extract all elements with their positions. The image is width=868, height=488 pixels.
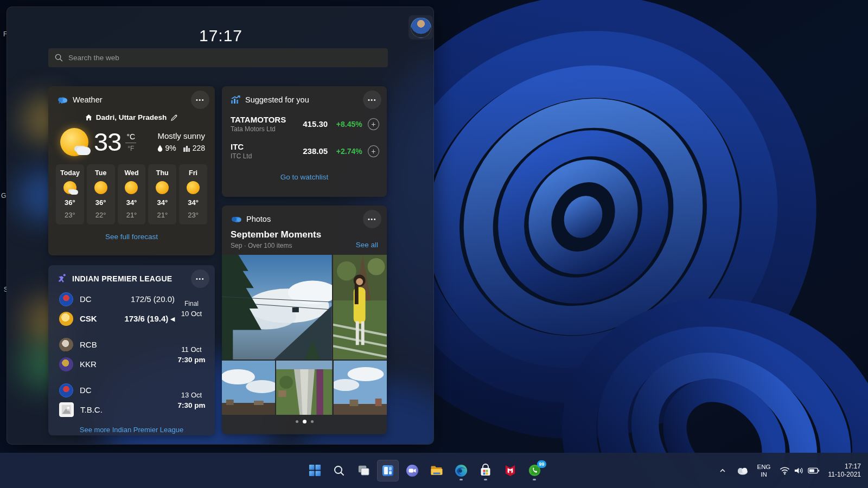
ipl-title: INDIAN PREMIER LEAGUE xyxy=(72,274,186,283)
edge-browser-icon xyxy=(454,464,468,478)
stock-row[interactable]: TATAMOTORS Tata Motors Ltd 415.30 +8.45%… xyxy=(222,115,387,133)
volume-icon xyxy=(794,466,804,475)
file-explorer-button[interactable] xyxy=(426,460,448,481)
photos-widget[interactable]: Photos ••• September Moments Sep · Over … xyxy=(222,206,387,434)
widgets-button[interactable] xyxy=(377,460,399,481)
stocks-app-icon xyxy=(231,95,240,104)
network-tray-button[interactable] xyxy=(777,460,822,481)
team-name: DC xyxy=(80,386,92,395)
weather-widget[interactable]: Weather ••• Dadri, Uttar Pradesh 33 °C xyxy=(48,86,215,255)
stock-symbol: ITC xyxy=(231,142,287,151)
add-to-watchlist-button[interactable]: + xyxy=(368,118,379,130)
add-to-watchlist-button[interactable]: + xyxy=(368,145,379,157)
microsoft-store-icon xyxy=(478,464,493,478)
desktop-icon-label: G xyxy=(1,192,6,200)
match-row[interactable]: DC 172/5 (20.0) CSK 173/6 (19.4) ◂ Final… xyxy=(48,292,215,326)
current-temperature: 33 xyxy=(94,127,121,157)
task-view-button[interactable] xyxy=(353,460,374,481)
see-full-forecast-link[interactable]: See full forecast xyxy=(105,233,158,241)
forecast-high: 36° xyxy=(95,198,106,207)
edge-button[interactable] xyxy=(450,460,472,481)
notification-badge: 99 xyxy=(537,460,546,468)
match-date: 11 Oct xyxy=(175,345,208,354)
carousel-dot[interactable] xyxy=(296,420,298,423)
stock-change: +8.45% xyxy=(328,120,362,129)
celsius-label[interactable]: °C xyxy=(126,132,135,141)
match-row[interactable]: RCB KKR 11 Oct 7:30 pm xyxy=(48,337,215,371)
photo-thumbnail[interactable] xyxy=(222,255,332,359)
stock-company: ITC Ltd xyxy=(231,152,287,160)
stock-symbol: TATAMOTORS xyxy=(231,115,287,124)
clock-tray-button[interactable]: 17:17 11-10-2021 xyxy=(826,460,864,481)
forecast-day[interactable]: Tue 36° 22° xyxy=(87,164,115,224)
photo-thumbnail[interactable] xyxy=(222,361,275,415)
language-indicator[interactable]: ENG IN xyxy=(755,460,774,481)
forecast-low: 21° xyxy=(157,211,168,219)
carousel-dot-active[interactable] xyxy=(303,420,307,423)
ipl-more-options-button[interactable]: ••• xyxy=(191,269,209,288)
running-indicator xyxy=(484,479,487,480)
tray-time: 17:17 xyxy=(828,463,861,471)
temperature-unit-toggle[interactable]: °C °F xyxy=(125,132,136,152)
stocks-widget[interactable]: Suggested for you ••• TATAMOTORS Tata Mo… xyxy=(222,86,387,197)
team-name: T.B.C. xyxy=(80,405,103,414)
photos-more-options-button[interactable]: ••• xyxy=(363,210,381,228)
stock-row[interactable]: ITC ITC Ltd 238.05 +2.74% + xyxy=(222,142,387,160)
album-subtitle: Sep · Over 100 items xyxy=(231,242,356,249)
carousel-dot[interactable] xyxy=(311,420,314,423)
task-view-icon xyxy=(357,464,371,477)
microsoft-store-button[interactable] xyxy=(475,460,496,481)
match-date: 10 Oct xyxy=(175,310,208,318)
hidden-icons-chevron[interactable] xyxy=(716,460,730,481)
start-button[interactable] xyxy=(304,460,326,481)
taskbar-search-button[interactable] xyxy=(328,460,350,481)
forecast-day[interactable]: Fri 34° 23° xyxy=(179,164,207,224)
stock-company: Tata Motors Ltd xyxy=(231,125,287,133)
edit-location-icon[interactable] xyxy=(170,114,178,121)
match-status: Final xyxy=(175,300,208,307)
photo-thumbnail[interactable] xyxy=(276,361,332,415)
running-indicator xyxy=(533,479,536,480)
forecast-day-label: Tue xyxy=(95,169,106,177)
photo-thumbnail[interactable] xyxy=(334,361,387,415)
profile-button[interactable] xyxy=(409,15,433,40)
search-input[interactable]: Search the web xyxy=(48,48,388,67)
team-name: DC xyxy=(80,294,92,304)
unit-divider xyxy=(125,143,136,143)
stocks-more-options-button[interactable]: ••• xyxy=(363,91,381,109)
forecast-day[interactable]: Thu 34° 21° xyxy=(148,164,176,224)
whatsapp-button[interactable]: 99 xyxy=(524,460,545,481)
mcafee-icon xyxy=(503,464,517,477)
forecast-low: 23° xyxy=(65,211,75,219)
mostly-sunny-icon xyxy=(60,128,88,156)
match-date: 13 Oct xyxy=(175,391,208,399)
battery-icon xyxy=(808,467,820,474)
go-to-watchlist-link[interactable]: Go to watchlist xyxy=(280,173,329,181)
sun-cloud-icon xyxy=(63,181,76,194)
tbc-placeholder-icon xyxy=(59,402,74,417)
sports-widget[interactable]: INDIAN PREMIER LEAGUE ••• DC 172/5 (20.0… xyxy=(48,265,215,435)
fahrenheit-label[interactable]: °F xyxy=(127,145,134,152)
photos-app-icon xyxy=(231,215,241,223)
precipitation-value: 9% xyxy=(165,144,176,152)
ellipsis-icon: ••• xyxy=(368,97,376,103)
weather-more-options-button[interactable]: ••• xyxy=(191,91,209,109)
forecast-day-label: Today xyxy=(60,169,80,177)
forecast-day[interactable]: Wed 34° 21° xyxy=(118,164,146,224)
match-row[interactable]: DC T.B.C. 13 Oct xyxy=(48,383,215,417)
see-all-link[interactable]: See all xyxy=(356,241,378,249)
photo-thumbnail[interactable] xyxy=(333,255,387,359)
onedrive-tray-icon[interactable] xyxy=(733,460,751,481)
album-title: September Moments xyxy=(231,229,356,240)
weather-title: Weather xyxy=(73,95,186,104)
see-more-ipl-link[interactable]: See more Indian Premier League xyxy=(80,426,184,434)
photo-collage xyxy=(222,255,387,415)
chat-button[interactable] xyxy=(401,460,423,481)
forecast-day-label: Wed xyxy=(124,169,138,177)
team-score: 173/6 (19.4) ◂ xyxy=(124,314,175,324)
forecast-day[interactable]: Today 36° 23° xyxy=(56,164,84,224)
forecast-high: 34° xyxy=(126,198,137,207)
chevron-up-icon xyxy=(718,466,727,475)
teams-chat-icon xyxy=(405,464,419,478)
mcafee-button[interactable] xyxy=(499,460,521,481)
